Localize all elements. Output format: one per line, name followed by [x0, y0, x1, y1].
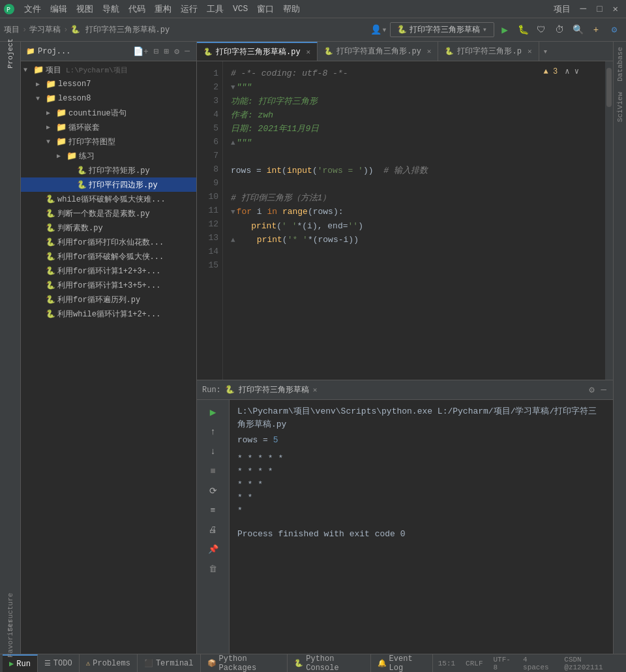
breadcrumb-sep1: › [22, 25, 27, 35]
run-output: L:\Pycharm\项目\venv\Scripts\python.exe L:… [230, 400, 613, 654]
run-format-button[interactable]: ≡ [205, 502, 222, 519]
tree-for4[interactable]: 🐍 利用for循环计算1+3+5+... [21, 278, 196, 292]
editor-area: 🐍 打印字符三角形草稿.py ✕ 🐍 打印字符直角三角形.py ✕ 🐍 打印字符… [197, 42, 613, 380]
tree-para[interactable]: 🐍 打印平行四边形.py [21, 177, 196, 192]
statusbar-problems-tab[interactable]: ⚠ Problems [80, 654, 138, 672]
tab-close-2[interactable]: ✕ [427, 47, 432, 55]
code-editor[interactable]: ▲ ▲ 33 ∧ ∨ # -*- coding: utf-8 -*- ▼""" … [223, 61, 605, 380]
menu-view[interactable]: 视图 [72, 2, 98, 16]
run-output-path: L:\Pycharm\项目\venv\Scripts\python.exe L:… [237, 405, 605, 431]
main-area: Project Structure Favorites 📁 Proj... 📄+… [0, 42, 626, 654]
run-tab[interactable]: 打印字符三角形草稿 [239, 384, 309, 395]
menu-navigate[interactable]: 导航 [98, 2, 124, 16]
run-tab-close[interactable]: ✕ [313, 386, 318, 394]
editor-content[interactable]: 12345 678910 1112131415 ▲ ▲ 33 ∧ ∨ # -*-… [197, 61, 613, 380]
menu-refactor[interactable]: 重构 [150, 2, 176, 16]
sidebar-favorites-tab[interactable]: Favorites [1, 629, 20, 647]
run-restart-button[interactable]: ⟳ [205, 482, 222, 499]
tab-close-3[interactable]: ✕ [528, 47, 532, 55]
tab-more-button[interactable]: ▾ [539, 42, 552, 61]
database-panel-tab[interactable]: Database [615, 42, 625, 87]
right-panels: 🐍 打印字符三角形草稿.py ✕ 🐍 打印字符直角三角形.py ✕ 🐍 打印字符… [197, 42, 613, 654]
menu-edit[interactable]: 编辑 [46, 2, 72, 16]
statusbar-event-log-tab[interactable]: 🔔 Event Log [371, 654, 433, 672]
breadcrumb-sep2: › [63, 25, 68, 35]
run-minimize-icon[interactable]: ─ [600, 384, 608, 397]
menu-file[interactable]: 文件 [20, 2, 46, 16]
project-panel-header: 📁 Proj... 📄+ ⊟ ⊞ ⚙ ─ [21, 42, 196, 61]
statusbar-python-packages-tab[interactable]: 📦 Python Packages [201, 654, 288, 672]
tree-countinue[interactable]: ▶ 📁 countinue语句 [21, 106, 196, 120]
settings-panel-icon[interactable]: ⚙ [173, 45, 181, 58]
tree-lesson7[interactable]: ▶ 📁 lesson7 [21, 77, 196, 91]
tree-while1[interactable]: 🐍 while循环破解令狐大侠难... [21, 192, 196, 206]
minimize-button[interactable]: ─ [575, 3, 592, 15]
sciview-panel-tab[interactable]: SciView [615, 87, 625, 127]
run-stop-button[interactable]: ■ [205, 463, 222, 480]
menu-window[interactable]: 窗口 [252, 2, 278, 16]
breadcrumb-project[interactable]: 项目 [4, 24, 20, 35]
run-play-button[interactable]: ▶ [205, 404, 222, 421]
maximize-button[interactable]: □ [591, 4, 607, 14]
run-trash-button[interactable]: 🗑 [205, 560, 222, 577]
run-settings-icon[interactable]: ⚙ [588, 383, 595, 397]
statusbar-todo-tab[interactable]: ☰ TODO [38, 654, 80, 672]
file-tree: ▼ 📁 项目 L:\Pycharm\项目 ▶ 📁 lesson7 ▼ 📁 les… [21, 61, 196, 654]
run-button[interactable]: ▶ [497, 22, 513, 38]
debug-button[interactable]: 🐛 [515, 22, 531, 38]
left-sidebar: Project Structure Favorites [0, 42, 21, 654]
editor-tab-2[interactable]: 🐍 打印字符直角三角形.py ✕ [318, 42, 438, 61]
tree-for3[interactable]: 🐍 利用for循环计算1+2+3+... [21, 264, 196, 278]
tree-rect[interactable]: 🐍 打印字符矩形.py [21, 163, 196, 177]
menu-code[interactable]: 代码 [124, 2, 150, 16]
profile-button[interactable]: ⏱ [552, 22, 567, 38]
tab-close-1[interactable]: ✕ [306, 48, 311, 56]
tree-judge1[interactable]: 🐍 判断一个数是否是素数.py [21, 206, 196, 221]
stars-line-3: * * * [237, 478, 605, 491]
run-toolbar: ▶ ↑ ↓ ■ ⟳ ≡ 🖨 📌 🗑 [197, 400, 230, 654]
run-pin-button[interactable]: 📌 [205, 541, 222, 558]
right-sidebar: Database SciView [613, 42, 626, 654]
expand-icon[interactable]: ⊞ [163, 45, 171, 58]
tree-for1[interactable]: 🐍 利用for循环打印水仙花数... [21, 235, 196, 249]
user-icon[interactable]: 👤▾ [370, 24, 387, 35]
collapse-icon[interactable]: ⊟ [153, 45, 160, 58]
sidebar-project-tab[interactable]: Project [1, 44, 20, 63]
tree-practice[interactable]: ▶ 📁 练习 [21, 149, 196, 163]
tree-loops[interactable]: ▶ 📁 循环嵌套 [21, 120, 196, 134]
search-button[interactable]: 🔍 [570, 22, 586, 38]
tree-root[interactable]: ▼ 📁 项目 L:\Pycharm\项目 [21, 63, 196, 77]
menu-tools[interactable]: 工具 [202, 2, 228, 16]
tree-lesson8[interactable]: ▼ 📁 lesson8 [21, 91, 196, 106]
menu-help[interactable]: 帮助 [278, 2, 305, 16]
editor-tab-1[interactable]: 🐍 打印字符三角形草稿.py ✕ [197, 42, 318, 61]
menu-vcs[interactable]: VCS [228, 3, 252, 15]
editor-scrollbar[interactable] [605, 61, 613, 380]
close-button[interactable]: ✕ [608, 3, 623, 14]
git-button[interactable]: + [588, 22, 604, 38]
code-line-9 [231, 177, 597, 191]
editor-tab-3[interactable]: 🐍 打印字符三角形.p ✕ [438, 42, 539, 61]
breadcrumb-folder[interactable]: 学习草稿 [29, 24, 61, 35]
run-scroll-up[interactable]: ↑ [205, 423, 222, 440]
statusbar-terminal-tab[interactable]: ⬛ Terminal [138, 654, 201, 672]
coverage-button[interactable]: 🛡 [533, 22, 549, 38]
tree-while2[interactable]: 🐍 利用while循环计算1+2+... [21, 307, 196, 321]
stars-line-4: * * [237, 491, 605, 504]
status-indent: 4 spaces [518, 656, 559, 671]
close-panel-icon[interactable]: ─ [183, 45, 191, 57]
tree-judge2[interactable]: 🐍 判断素数.py [21, 221, 196, 235]
run-print-button[interactable]: 🖨 [205, 521, 222, 538]
new-file-icon[interactable]: 📄+ [132, 45, 150, 58]
settings-icon[interactable]: ⚙ [606, 22, 622, 38]
code-line-8: rows = int(input('rows = ')) # 输入排数 [231, 164, 597, 177]
menu-run[interactable]: 运行 [176, 2, 202, 16]
statusbar-python-console-tab[interactable]: 🐍 Python Console [288, 654, 370, 672]
tree-for5[interactable]: 🐍 利用for循环遍历列.py [21, 292, 196, 307]
tree-for2[interactable]: 🐍 利用for循环破解令狐大侠... [21, 249, 196, 264]
run-scroll-down[interactable]: ↓ [205, 443, 222, 460]
menu-project[interactable]: 项目 [549, 2, 575, 16]
run-file-button[interactable]: 🐍 打印字符三角形草稿 ▾ [390, 22, 494, 37]
tree-printchar[interactable]: ▼ 📁 打印字符图型 [21, 134, 196, 149]
stars-line-2: * * * * [237, 465, 605, 478]
